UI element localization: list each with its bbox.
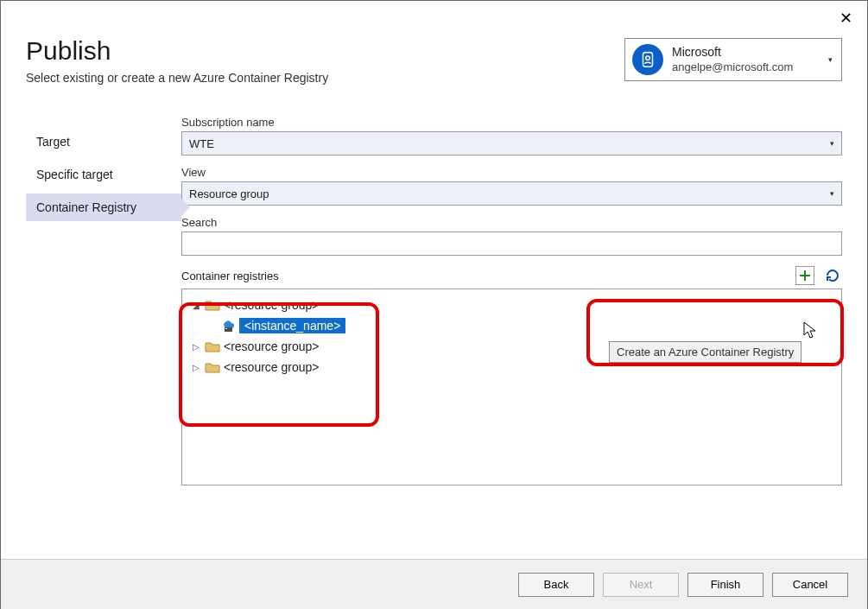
tooltip: Create an Azure Container Registry (609, 341, 801, 363)
svg-point-1 (646, 56, 650, 60)
refresh-icon (825, 268, 840, 283)
close-button[interactable]: ✕ (839, 9, 852, 28)
tree-item-resource-group[interactable]: ◢ <resource group> (186, 295, 838, 315)
sidebar-item-target[interactable]: Target (26, 128, 181, 155)
registries-label: Container registries (181, 270, 279, 282)
cancel-button[interactable]: Cancel (772, 573, 848, 597)
back-button[interactable]: Back (518, 573, 594, 597)
add-registry-button[interactable] (795, 266, 814, 285)
badge-icon (632, 44, 663, 75)
tree-item-instance[interactable]: <instance_name> (186, 315, 838, 336)
account-email: angelpe@microsoft.com (672, 60, 820, 74)
account-picker[interactable]: Microsoft angelpe@microsoft.com ▾ (624, 38, 842, 81)
refresh-button[interactable] (823, 266, 842, 285)
expander-icon[interactable]: ▷ (191, 363, 201, 372)
sidebar-item-container-registry[interactable]: Container Registry (26, 193, 181, 221)
folder-icon (205, 340, 220, 352)
registry-icon (220, 318, 236, 333)
folder-icon (205, 361, 220, 373)
registry-tree[interactable]: ◢ <resource group> <instance_name> ▷ (181, 289, 842, 485)
sidebar-item-specific-target[interactable]: Specific target (26, 161, 181, 188)
folder-icon (205, 299, 220, 311)
svg-rect-2 (225, 327, 232, 332)
plus-icon (799, 270, 811, 282)
expander-icon[interactable]: ▷ (191, 342, 201, 352)
dialog-button-bar: Back Next Finish Cancel (1, 559, 867, 609)
chevron-down-icon: ▾ (828, 55, 833, 64)
svg-rect-3 (225, 328, 227, 329)
finish-button[interactable]: Finish (687, 573, 763, 597)
expander-icon[interactable]: ◢ (191, 301, 201, 310)
next-button: Next (603, 573, 679, 597)
account-org: Microsoft (672, 45, 820, 60)
